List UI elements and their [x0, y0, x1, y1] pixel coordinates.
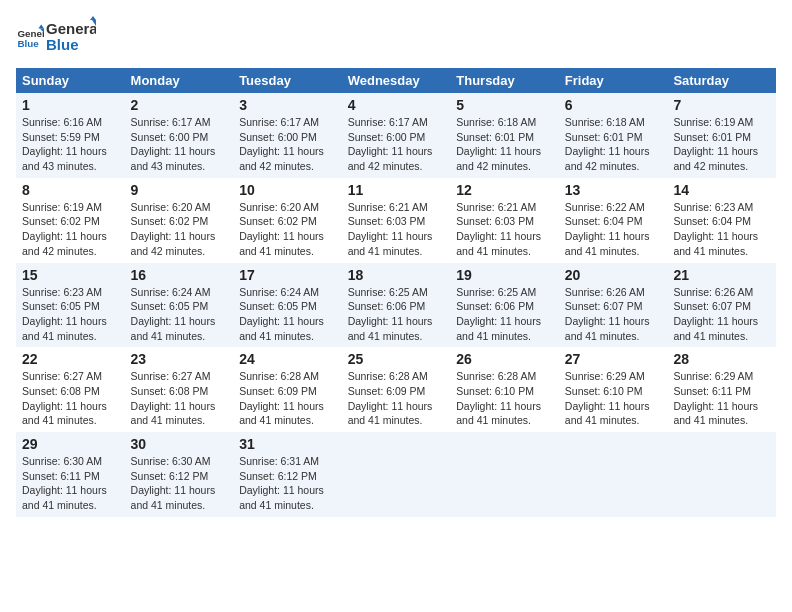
day-number: 18 [348, 267, 445, 283]
day-info: Sunrise: 6:30 AMSunset: 6:12 PMDaylight:… [131, 455, 216, 511]
calendar-day-cell: 22 Sunrise: 6:27 AMSunset: 6:08 PMDaylig… [16, 347, 125, 432]
day-info: Sunrise: 6:21 AMSunset: 6:03 PMDaylight:… [456, 201, 541, 257]
day-info: Sunrise: 6:20 AMSunset: 6:02 PMDaylight:… [131, 201, 216, 257]
day-info: Sunrise: 6:27 AMSunset: 6:08 PMDaylight:… [131, 370, 216, 426]
day-number: 7 [673, 97, 770, 113]
calendar-week-row: 1 Sunrise: 6:16 AMSunset: 5:59 PMDayligh… [16, 93, 776, 178]
calendar-day-cell: 25 Sunrise: 6:28 AMSunset: 6:09 PMDaylig… [342, 347, 451, 432]
calendar-day-cell [667, 432, 776, 517]
day-info: Sunrise: 6:28 AMSunset: 6:10 PMDaylight:… [456, 370, 541, 426]
day-number: 17 [239, 267, 336, 283]
day-number: 10 [239, 182, 336, 198]
day-number: 26 [456, 351, 553, 367]
calendar-day-cell: 11 Sunrise: 6:21 AMSunset: 6:03 PMDaylig… [342, 178, 451, 263]
svg-text:Blue: Blue [17, 38, 39, 49]
weekday-header-cell: Tuesday [233, 68, 342, 93]
calendar-day-cell: 8 Sunrise: 6:19 AMSunset: 6:02 PMDayligh… [16, 178, 125, 263]
day-number: 6 [565, 97, 662, 113]
day-info: Sunrise: 6:30 AMSunset: 6:11 PMDaylight:… [22, 455, 107, 511]
calendar-day-cell: 18 Sunrise: 6:25 AMSunset: 6:06 PMDaylig… [342, 263, 451, 348]
day-number: 31 [239, 436, 336, 452]
calendar-day-cell: 27 Sunrise: 6:29 AMSunset: 6:10 PMDaylig… [559, 347, 668, 432]
calendar-day-cell: 7 Sunrise: 6:19 AMSunset: 6:01 PMDayligh… [667, 93, 776, 178]
calendar-day-cell: 29 Sunrise: 6:30 AMSunset: 6:11 PMDaylig… [16, 432, 125, 517]
calendar-day-cell: 9 Sunrise: 6:20 AMSunset: 6:02 PMDayligh… [125, 178, 234, 263]
calendar-table: SundayMondayTuesdayWednesdayThursdayFrid… [16, 68, 776, 517]
calendar-day-cell [342, 432, 451, 517]
day-info: Sunrise: 6:24 AMSunset: 6:05 PMDaylight:… [239, 286, 324, 342]
day-info: Sunrise: 6:20 AMSunset: 6:02 PMDaylight:… [239, 201, 324, 257]
calendar-week-row: 22 Sunrise: 6:27 AMSunset: 6:08 PMDaylig… [16, 347, 776, 432]
weekday-header-cell: Saturday [667, 68, 776, 93]
day-info: Sunrise: 6:17 AMSunset: 6:00 PMDaylight:… [131, 116, 216, 172]
day-number: 21 [673, 267, 770, 283]
day-info: Sunrise: 6:19 AMSunset: 6:02 PMDaylight:… [22, 201, 107, 257]
weekday-header-cell: Monday [125, 68, 234, 93]
day-number: 9 [131, 182, 228, 198]
day-number: 24 [239, 351, 336, 367]
day-number: 11 [348, 182, 445, 198]
day-info: Sunrise: 6:31 AMSunset: 6:12 PMDaylight:… [239, 455, 324, 511]
day-info: Sunrise: 6:21 AMSunset: 6:03 PMDaylight:… [348, 201, 433, 257]
day-info: Sunrise: 6:19 AMSunset: 6:01 PMDaylight:… [673, 116, 758, 172]
day-number: 8 [22, 182, 119, 198]
calendar-day-cell: 16 Sunrise: 6:24 AMSunset: 6:05 PMDaylig… [125, 263, 234, 348]
day-number: 1 [22, 97, 119, 113]
calendar-day-cell [559, 432, 668, 517]
calendar-day-cell: 5 Sunrise: 6:18 AMSunset: 6:01 PMDayligh… [450, 93, 559, 178]
day-info: Sunrise: 6:25 AMSunset: 6:06 PMDaylight:… [456, 286, 541, 342]
day-number: 5 [456, 97, 553, 113]
day-number: 14 [673, 182, 770, 198]
calendar-week-row: 15 Sunrise: 6:23 AMSunset: 6:05 PMDaylig… [16, 263, 776, 348]
day-number: 3 [239, 97, 336, 113]
weekday-header-cell: Thursday [450, 68, 559, 93]
day-info: Sunrise: 6:29 AMSunset: 6:10 PMDaylight:… [565, 370, 650, 426]
weekday-header-row: SundayMondayTuesdayWednesdayThursdayFrid… [16, 68, 776, 93]
calendar-day-cell: 19 Sunrise: 6:25 AMSunset: 6:06 PMDaylig… [450, 263, 559, 348]
calendar-day-cell: 10 Sunrise: 6:20 AMSunset: 6:02 PMDaylig… [233, 178, 342, 263]
day-info: Sunrise: 6:17 AMSunset: 6:00 PMDaylight:… [239, 116, 324, 172]
calendar-day-cell: 12 Sunrise: 6:21 AMSunset: 6:03 PMDaylig… [450, 178, 559, 263]
day-number: 28 [673, 351, 770, 367]
page-header: General Blue General Blue [16, 16, 776, 58]
weekday-header-cell: Friday [559, 68, 668, 93]
day-number: 12 [456, 182, 553, 198]
day-number: 27 [565, 351, 662, 367]
day-info: Sunrise: 6:23 AMSunset: 6:05 PMDaylight:… [22, 286, 107, 342]
calendar-day-cell: 20 Sunrise: 6:26 AMSunset: 6:07 PMDaylig… [559, 263, 668, 348]
calendar-day-cell: 3 Sunrise: 6:17 AMSunset: 6:00 PMDayligh… [233, 93, 342, 178]
calendar-body: 1 Sunrise: 6:16 AMSunset: 5:59 PMDayligh… [16, 93, 776, 517]
day-info: Sunrise: 6:28 AMSunset: 6:09 PMDaylight:… [348, 370, 433, 426]
day-number: 30 [131, 436, 228, 452]
day-number: 19 [456, 267, 553, 283]
calendar-day-cell: 15 Sunrise: 6:23 AMSunset: 6:05 PMDaylig… [16, 263, 125, 348]
day-number: 4 [348, 97, 445, 113]
day-number: 16 [131, 267, 228, 283]
day-info: Sunrise: 6:29 AMSunset: 6:11 PMDaylight:… [673, 370, 758, 426]
day-number: 20 [565, 267, 662, 283]
calendar-day-cell: 23 Sunrise: 6:27 AMSunset: 6:08 PMDaylig… [125, 347, 234, 432]
day-info: Sunrise: 6:25 AMSunset: 6:06 PMDaylight:… [348, 286, 433, 342]
day-number: 2 [131, 97, 228, 113]
weekday-header-cell: Wednesday [342, 68, 451, 93]
calendar-week-row: 29 Sunrise: 6:30 AMSunset: 6:11 PMDaylig… [16, 432, 776, 517]
svg-marker-2 [38, 24, 44, 28]
day-info: Sunrise: 6:16 AMSunset: 5:59 PMDaylight:… [22, 116, 107, 172]
day-info: Sunrise: 6:24 AMSunset: 6:05 PMDaylight:… [131, 286, 216, 342]
day-info: Sunrise: 6:26 AMSunset: 6:07 PMDaylight:… [673, 286, 758, 342]
calendar-day-cell: 17 Sunrise: 6:24 AMSunset: 6:05 PMDaylig… [233, 263, 342, 348]
day-info: Sunrise: 6:18 AMSunset: 6:01 PMDaylight:… [565, 116, 650, 172]
day-info: Sunrise: 6:27 AMSunset: 6:08 PMDaylight:… [22, 370, 107, 426]
day-number: 13 [565, 182, 662, 198]
day-info: Sunrise: 6:22 AMSunset: 6:04 PMDaylight:… [565, 201, 650, 257]
calendar-day-cell: 21 Sunrise: 6:26 AMSunset: 6:07 PMDaylig… [667, 263, 776, 348]
day-number: 22 [22, 351, 119, 367]
day-number: 15 [22, 267, 119, 283]
page-container: General Blue General Blue [0, 0, 792, 525]
calendar-day-cell: 6 Sunrise: 6:18 AMSunset: 6:01 PMDayligh… [559, 93, 668, 178]
calendar-day-cell: 24 Sunrise: 6:28 AMSunset: 6:09 PMDaylig… [233, 347, 342, 432]
day-info: Sunrise: 6:17 AMSunset: 6:00 PMDaylight:… [348, 116, 433, 172]
calendar-day-cell: 26 Sunrise: 6:28 AMSunset: 6:10 PMDaylig… [450, 347, 559, 432]
svg-text:Blue: Blue [46, 36, 79, 53]
calendar-day-cell: 13 Sunrise: 6:22 AMSunset: 6:04 PMDaylig… [559, 178, 668, 263]
